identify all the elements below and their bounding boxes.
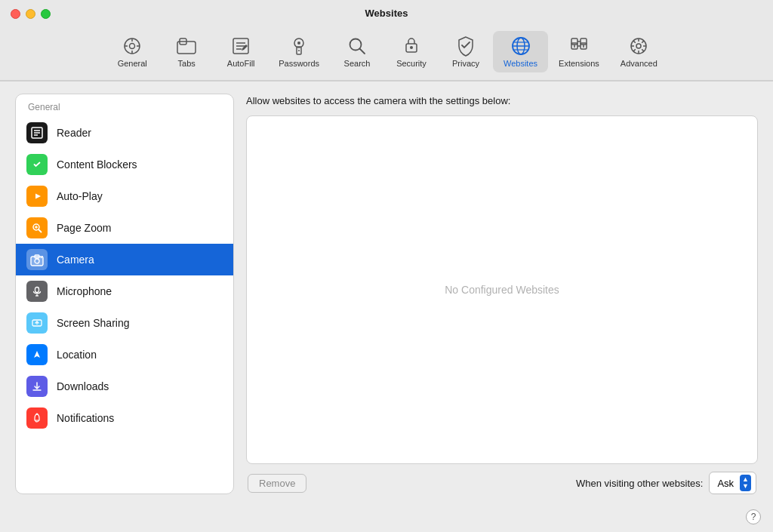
websites-box: No Configured Websites	[246, 115, 758, 464]
sidebar-item-microphone-label: Microphone	[57, 285, 112, 297]
sidebar-item-camera-label: Camera	[57, 254, 94, 266]
toolbar-item-privacy[interactable]: Privacy	[439, 31, 493, 72]
notifications-icon	[26, 407, 48, 429]
svg-rect-27	[571, 38, 577, 45]
camera-icon	[26, 249, 48, 270]
svg-rect-28	[581, 38, 587, 45]
general-icon	[122, 35, 143, 57]
downloads-icon	[26, 376, 48, 397]
svg-point-72	[36, 414, 38, 415]
content-blockers-icon	[26, 154, 48, 175]
sidebar: General Reader Content Blockers	[15, 94, 234, 494]
toolbar: General Tabs AutoFill	[90, 25, 683, 80]
main-content: General Reader Content Blockers	[0, 81, 773, 506]
tabs-label: Tabs	[178, 59, 196, 68]
sidebar-item-downloads-label: Downloads	[57, 380, 109, 392]
sidebar-item-notifications-label: Notifications	[57, 412, 114, 424]
bottom-bar: Remove When visiting other websites: Ask…	[246, 472, 758, 494]
title-bar: Websites General	[0, 0, 773, 81]
sidebar-item-screen-sharing-label: Screen Sharing	[57, 317, 130, 329]
toolbar-item-general[interactable]: General	[105, 31, 159, 72]
svg-line-17	[360, 49, 365, 54]
sidebar-section-general: General	[16, 94, 233, 117]
other-websites-row: When visiting other websites: Ask ▲ ▼	[576, 472, 756, 494]
toolbar-item-security[interactable]: Security	[384, 31, 439, 72]
sidebar-item-screen-sharing[interactable]: Screen Sharing	[16, 307, 233, 339]
traffic-lights	[11, 9, 51, 19]
tabs-icon	[176, 35, 197, 57]
advanced-label: Advanced	[621, 59, 658, 68]
sidebar-item-page-zoom-label: Page Zoom	[57, 222, 111, 234]
sidebar-item-location-label: Location	[57, 349, 97, 361]
extensions-label: Extensions	[559, 59, 599, 68]
right-panel: Allow websites to access the camera with…	[246, 94, 758, 494]
window-title: Websites	[365, 8, 408, 19]
toolbar-item-advanced[interactable]: Advanced	[610, 31, 668, 72]
sidebar-item-auto-play[interactable]: Auto-Play	[16, 180, 233, 212]
security-label: Security	[396, 59, 427, 68]
svg-point-1	[130, 44, 135, 49]
search-label: Search	[344, 59, 371, 68]
dropdown-value: Ask	[717, 478, 734, 489]
sidebar-item-camera[interactable]: Camera	[16, 244, 233, 275]
search-icon	[346, 35, 368, 57]
toolbar-item-tabs[interactable]: Tabs	[159, 31, 214, 72]
svg-point-19	[410, 46, 413, 49]
svg-line-42	[633, 49, 636, 51]
empty-state-text: No Configured Websites	[445, 284, 559, 296]
extensions-icon	[568, 35, 590, 57]
sidebar-item-location[interactable]: Location	[16, 339, 233, 371]
svg-line-41	[642, 41, 645, 43]
other-websites-label: When visiting other websites:	[576, 478, 703, 489]
panel-description: Allow websites to access the camera with…	[246, 94, 758, 108]
sidebar-item-page-zoom[interactable]: Page Zoom	[16, 212, 233, 244]
toolbar-item-passwords[interactable]: Passwords	[268, 31, 330, 72]
auto-play-icon	[26, 186, 48, 207]
sidebar-item-content-blockers-label: Content Blockers	[57, 158, 137, 171]
minimize-button[interactable]	[26, 9, 35, 19]
toolbar-item-websites[interactable]: Websites	[493, 31, 548, 72]
location-icon	[26, 344, 48, 365]
dropdown-arrow-icon: ▲ ▼	[740, 475, 751, 491]
ask-dropdown[interactable]: Ask ▲ ▼	[709, 472, 756, 494]
sidebar-item-content-blockers[interactable]: Content Blockers	[16, 149, 233, 180]
microphone-icon	[26, 281, 48, 302]
reader-icon	[26, 122, 48, 143]
toolbar-item-search[interactable]: Search	[330, 31, 384, 72]
sidebar-item-reader[interactable]: Reader	[16, 117, 233, 149]
passwords-label: Passwords	[279, 59, 319, 68]
maximize-button[interactable]	[41, 9, 51, 19]
screen-sharing-icon	[26, 312, 48, 334]
sidebar-item-auto-play-label: Auto-Play	[57, 190, 103, 202]
svg-line-39	[633, 41, 636, 43]
toolbar-item-extensions[interactable]: Extensions	[548, 31, 610, 72]
privacy-label: Privacy	[452, 59, 479, 68]
sidebar-item-notifications[interactable]: Notifications	[16, 402, 233, 434]
sidebar-item-reader-label: Reader	[57, 127, 91, 139]
toolbar-item-autofill[interactable]: AutoFill	[214, 31, 268, 72]
sidebar-item-downloads[interactable]: Downloads	[16, 371, 233, 402]
remove-button[interactable]: Remove	[248, 474, 306, 493]
autofill-icon	[230, 35, 251, 57]
footer: ?	[0, 506, 773, 532]
svg-point-13	[297, 42, 300, 45]
svg-line-40	[642, 49, 645, 51]
svg-point-34	[636, 44, 641, 48]
help-button[interactable]: ?	[746, 509, 761, 524]
page-zoom-icon	[26, 217, 48, 238]
privacy-icon	[455, 35, 476, 57]
passwords-icon	[288, 35, 310, 57]
websites-icon	[510, 35, 531, 57]
autofill-label: AutoFill	[227, 59, 255, 68]
general-label: General	[118, 59, 147, 68]
websites-label: Websites	[504, 59, 537, 68]
advanced-icon	[628, 35, 649, 57]
security-icon	[401, 35, 422, 57]
close-button[interactable]	[11, 9, 20, 19]
sidebar-item-microphone[interactable]: Microphone	[16, 275, 233, 307]
